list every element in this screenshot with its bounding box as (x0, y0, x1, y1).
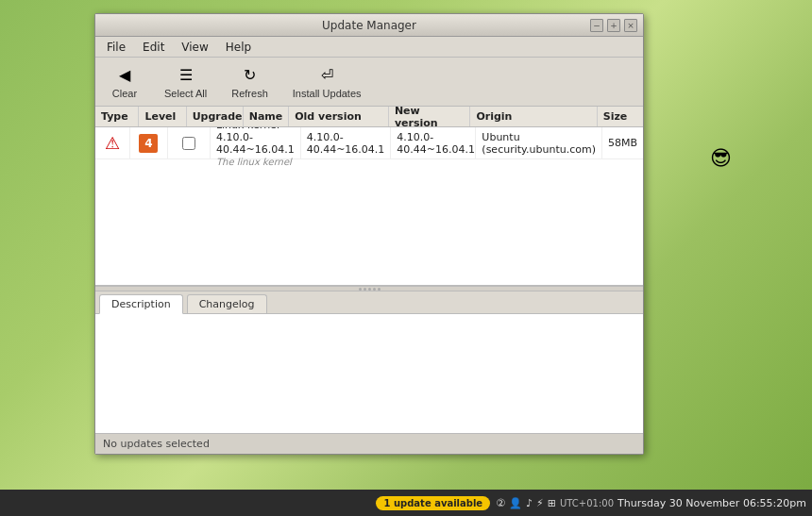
row-size: 58MB (602, 127, 643, 158)
tray-icon-power: ⚡ (536, 497, 544, 509)
resize-dot (359, 288, 362, 291)
datetime-display: Thursday 30 November 06:55:20pm (617, 497, 806, 509)
menu-bar: File Edit View Help (95, 37, 643, 58)
bottom-content (95, 314, 643, 433)
window-controls: − + × (590, 19, 637, 32)
table-row[interactable]: ⚠ 4 Linux kernel 4.10.0-40.44~16.04.1 Th… (95, 127, 643, 159)
toolbar: ◀ Clear ☰ Select All ↻ Refresh ⏎ Install… (95, 58, 643, 107)
resize-dots (359, 288, 381, 291)
install-updates-button[interactable]: ⏎ Install Updates (284, 60, 370, 104)
update-manager-window: Update Manager − + × File Edit View Help… (94, 13, 644, 455)
clear-button[interactable]: ◀ Clear (101, 60, 148, 104)
title-bar: Update Manager − + × (95, 14, 643, 37)
timezone-label: UTC+01:00 (560, 498, 614, 508)
install-updates-icon: ⏎ (316, 65, 337, 86)
minimize-button[interactable]: − (590, 19, 603, 32)
row-level: 4 (130, 127, 168, 158)
col-header-new-version: New version (389, 107, 471, 126)
upgrade-checkbox[interactable] (182, 137, 195, 150)
tray-icon-network: ② (496, 497, 505, 509)
row-new-version: 4.10.0-40.44~16.04.1 (391, 127, 476, 158)
row-name: Linux kernel 4.10.0-40.44~16.04.1 The li… (211, 127, 301, 158)
col-header-name: Name (244, 107, 290, 126)
refresh-label: Refresh (231, 88, 268, 99)
resize-dot (378, 288, 381, 291)
refresh-button[interactable]: ↻ Refresh (223, 60, 277, 104)
menu-view[interactable]: View (174, 39, 215, 56)
menu-edit[interactable]: Edit (135, 39, 172, 56)
table-body: ⚠ 4 Linux kernel 4.10.0-40.44~16.04.1 Th… (95, 127, 643, 285)
window-title: Update Manager (148, 19, 590, 32)
table-header: Type Level Upgrade Name Old version New … (95, 107, 643, 127)
row-type: ⚠ (95, 127, 130, 158)
tab-changelog[interactable]: Changelog (187, 294, 267, 313)
package-name: Linux kernel 4.10.0-40.44~16.04.1 (216, 127, 295, 156)
menu-help[interactable]: Help (218, 39, 259, 56)
desktop: Update Manager − + × File Edit View Help… (0, 0, 812, 516)
close-button[interactable]: × (624, 19, 637, 32)
row-old-version: 4.10.0-40.44~16.04.1 (301, 127, 392, 158)
desktop-decoration: 😎 (710, 146, 732, 170)
select-all-button[interactable]: ☰ Select All (156, 60, 215, 104)
col-header-size: Size (598, 107, 643, 126)
clear-label: Clear (112, 88, 137, 99)
refresh-icon: ↻ (240, 65, 261, 86)
status-text: No updates selected (103, 438, 210, 450)
select-all-label: Select All (164, 88, 207, 99)
col-header-upgrade: Upgrade (187, 107, 244, 126)
taskbar-right: 1 update available ② 👤 ♪ ⚡ ⊞ UTC+01:00 T… (376, 496, 806, 510)
maximize-button[interactable]: + (607, 19, 620, 32)
select-all-icon: ☰ (176, 65, 196, 86)
clear-icon: ◀ (114, 65, 135, 86)
tray-icon-audio: ♪ (526, 497, 533, 509)
col-header-type: Type (95, 107, 139, 126)
resize-dot (373, 288, 376, 291)
tab-description[interactable]: Description (99, 294, 183, 314)
level-badge: 4 (139, 134, 158, 153)
col-header-origin: Origin (470, 107, 597, 126)
update-notification[interactable]: 1 update available (376, 496, 490, 510)
row-checkbox-cell (168, 127, 211, 158)
bottom-panel: Description Changelog (95, 291, 643, 433)
taskbar: 1 update available ② 👤 ♪ ⚡ ⊞ UTC+01:00 T… (0, 490, 812, 516)
col-header-level: Level (139, 107, 186, 126)
row-origin: Ubuntu (security.ubuntu.com) (476, 127, 602, 158)
warning-icon: ⚠ (104, 135, 121, 152)
resize-dot (364, 288, 366, 291)
col-header-old-version: Old version (289, 107, 389, 126)
package-description: The linux kernel (216, 157, 292, 167)
status-bar: No updates selected (95, 433, 643, 454)
packages-table: Type Level Upgrade Name Old version New … (95, 107, 643, 286)
system-tray: ② 👤 ♪ ⚡ ⊞ UTC+01:00 Thursday 30 November… (496, 497, 806, 509)
install-updates-label: Install Updates (293, 88, 362, 99)
tray-icon-user: 👤 (509, 497, 522, 509)
menu-file[interactable]: File (99, 39, 133, 56)
bottom-tabs: Description Changelog (95, 291, 643, 314)
resize-dot (368, 288, 371, 291)
tray-icon-apps: ⊞ (548, 497, 556, 509)
